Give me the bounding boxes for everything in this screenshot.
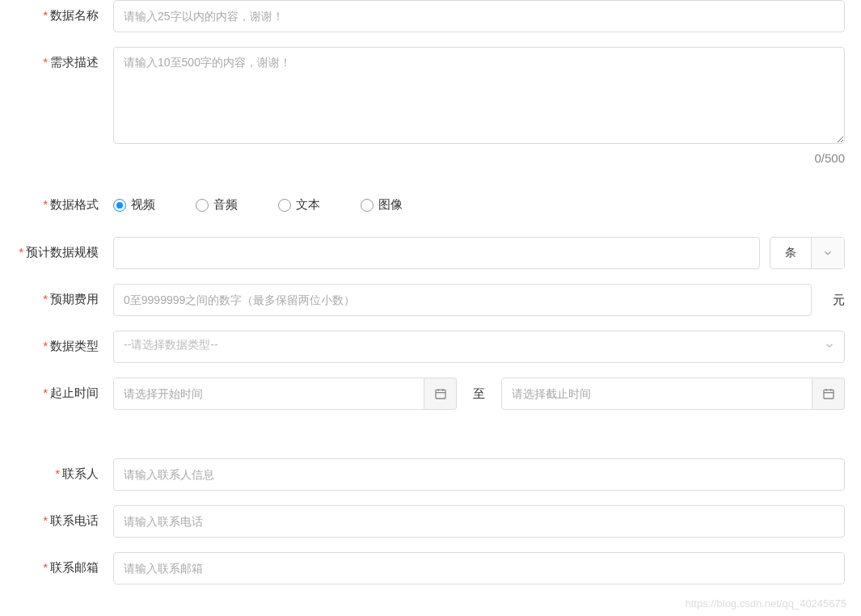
contact-phone-input[interactable] [113,505,845,538]
radio-text[interactable]: 文本 [278,197,320,213]
date-range-separator: 至 [457,386,501,402]
row-data-type: *数据类型 --请选择数据类型-- [16,331,845,363]
label-expected-cost: *预期费用 [16,284,113,307]
required-mark: * [43,197,48,211]
required-mark: * [43,513,48,527]
estimated-scale-input[interactable] [113,237,760,269]
label-data-type: *数据类型 [16,331,113,354]
row-contact-email: *联系邮箱 [16,552,845,584]
watermark: https://blog.csdn.net/qq_40245675 [686,597,847,599]
chevron-down-icon [812,238,844,268]
expected-cost-input[interactable] [113,284,812,316]
radio-video[interactable]: 视频 [113,197,155,213]
end-date-calendar-button[interactable] [812,378,845,410]
label-contact-phone: *联系电话 [16,505,113,529]
label-data-name: *数据名称 [16,0,113,23]
start-date-input[interactable] [113,378,424,410]
row-data-format: *数据格式 视频 音频 文本 图像 [16,189,845,213]
radio-icon [278,199,291,212]
row-requirement-desc: *需求描述 0/500 [16,47,845,165]
row-time-range: *起止时间 至 [16,378,845,410]
row-estimated-scale: *预计数据规模 条 [16,237,845,269]
label-time-range: *起止时间 [16,378,113,401]
radio-icon [361,199,374,212]
radio-icon [196,199,209,212]
label-contact-person: *联系人 [16,458,113,482]
required-mark: * [43,386,48,399]
data-format-radio-group: 视频 音频 文本 图像 [113,189,403,213]
label-data-format: *数据格式 [16,189,113,213]
required-mark: * [43,339,48,352]
label-contact-email: *联系邮箱 [16,552,113,576]
calendar-icon [822,387,835,400]
required-mark: * [43,55,48,69]
svg-rect-4 [824,390,834,399]
radio-icon [113,199,126,212]
label-estimated-scale: *预计数据规模 [16,237,113,260]
radio-image[interactable]: 图像 [361,197,403,213]
scale-unit-select[interactable]: 条 [770,237,845,269]
radio-audio[interactable]: 音频 [196,197,238,213]
required-mark: * [43,8,48,22]
row-data-name: *数据名称 [16,0,845,32]
label-requirement-desc: *需求描述 [16,47,113,70]
cost-unit: 元 [833,293,845,308]
data-name-input[interactable] [113,0,845,32]
svg-rect-0 [436,390,445,399]
required-mark: * [19,245,23,259]
row-contact-person: *联系人 [16,458,845,491]
required-mark: * [43,292,48,306]
requirement-desc-textarea[interactable] [113,47,845,144]
contact-person-input[interactable] [113,458,845,491]
row-expected-cost: *预期费用 元 [16,284,845,316]
data-request-form: *数据名称 *需求描述 0/500 *数据格式 视频 音频 [0,0,861,584]
char-counter: 0/500 [113,151,845,165]
required-mark: * [43,560,48,574]
required-mark: * [55,466,60,480]
row-contact-phone: *联系电话 [16,505,845,538]
contact-email-input[interactable] [113,552,845,584]
start-date-calendar-button[interactable] [424,378,457,410]
calendar-icon [434,387,447,400]
end-date-input[interactable] [501,378,812,410]
data-type-select[interactable]: --请选择数据类型-- [113,331,845,363]
